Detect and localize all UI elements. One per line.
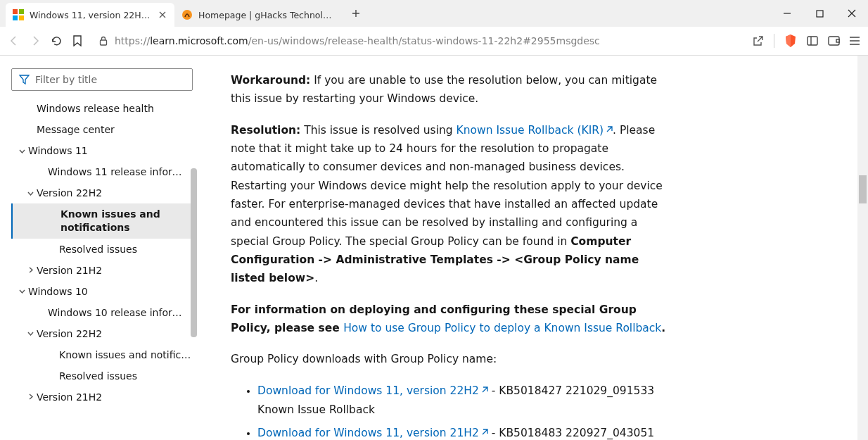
nav-item[interactable]: Version 21H2 bbox=[11, 386, 191, 408]
nav-item[interactable]: Version 22H2 bbox=[11, 182, 191, 203]
nav-item[interactable]: Known issues and notifications bbox=[11, 344, 191, 365]
download-link[interactable]: Download for Windows 11, version 21H2 bbox=[257, 427, 488, 439]
minimize-button[interactable] bbox=[771, 0, 803, 27]
chevron-down-icon bbox=[24, 189, 37, 197]
sidebar-toggle-icon[interactable] bbox=[807, 36, 818, 46]
svg-rect-9 bbox=[829, 37, 839, 45]
nav-item[interactable]: Resolved issues bbox=[11, 239, 191, 260]
external-link-icon bbox=[605, 126, 613, 134]
nav-item-label: Known issues and notifications bbox=[59, 349, 191, 360]
workaround-paragraph: Workaround: If you are unable to use the… bbox=[231, 71, 667, 108]
svg-rect-6 bbox=[101, 40, 107, 45]
nav-item[interactable]: Windows 11 bbox=[11, 140, 191, 161]
chevron-down-icon bbox=[24, 329, 37, 337]
tab-active[interactable]: Windows 11, version 22H2 known bbox=[6, 3, 174, 27]
nav-buttons bbox=[8, 35, 82, 47]
external-link-icon bbox=[480, 429, 488, 436]
nav-item-label: Windows release health bbox=[37, 103, 191, 114]
toolbar-divider bbox=[774, 34, 774, 48]
nav-item-label: Version 21H2 bbox=[37, 391, 191, 403]
resolution-paragraph: Resolution: This issue is resolved using… bbox=[231, 121, 667, 288]
wallet-icon[interactable] bbox=[828, 36, 840, 46]
nav-item-label: Message center bbox=[37, 124, 191, 135]
resolution-post-text: . Please note that it might take up to 2… bbox=[231, 124, 663, 248]
workaround-label: Workaround: bbox=[231, 74, 310, 87]
kir-link[interactable]: Known Issue Rollback (KIR) bbox=[457, 124, 613, 137]
nav-item[interactable]: Version 21H2 bbox=[11, 260, 191, 281]
nav-item-label: Resolved issues bbox=[59, 370, 191, 382]
svg-rect-7 bbox=[808, 37, 817, 45]
nav-item-label: Windows 11 release information bbox=[48, 166, 191, 177]
nav-item-label: Version 22H2 bbox=[37, 187, 191, 199]
ghacks-favicon-icon bbox=[181, 9, 193, 20]
window-close-button[interactable] bbox=[836, 0, 868, 27]
download-item: Download for Windows 11, version 22H2 - … bbox=[257, 382, 665, 420]
nav-item-label: Resolved issues bbox=[59, 244, 191, 255]
nav-item-label: Version 21H2 bbox=[37, 265, 191, 276]
page-scrollbar-thumb[interactable] bbox=[859, 175, 867, 203]
toolbar-right bbox=[753, 34, 860, 48]
svg-rect-5 bbox=[817, 11, 823, 17]
close-icon[interactable] bbox=[158, 9, 167, 20]
page-scrollbar-track[interactable] bbox=[857, 56, 868, 440]
tab-title: Windows 11, version 22H2 known bbox=[30, 10, 153, 20]
nav-item-label: Windows 10 bbox=[28, 286, 191, 297]
chevron-right-icon bbox=[24, 266, 37, 274]
svg-rect-3 bbox=[19, 15, 24, 20]
external-link-icon bbox=[480, 386, 488, 394]
back-button[interactable] bbox=[8, 35, 20, 46]
reload-button[interactable] bbox=[51, 35, 63, 47]
filter-placeholder: Filter by title bbox=[35, 74, 97, 85]
svg-rect-1 bbox=[19, 9, 24, 14]
nav-item[interactable]: Resolved issues bbox=[11, 365, 191, 386]
resolution-label: Resolution: bbox=[231, 124, 300, 137]
share-icon[interactable] bbox=[753, 35, 764, 46]
tab-inactive[interactable]: Homepage | gHacks Technology News bbox=[174, 3, 343, 27]
nav-item-label: Known issues and notifications bbox=[60, 208, 191, 234]
nav-item[interactable]: Windows 11 release information bbox=[11, 161, 191, 182]
svg-rect-0 bbox=[13, 9, 18, 14]
brave-shield-icon[interactable] bbox=[784, 34, 797, 48]
nav-item[interactable]: Known issues and notifications bbox=[11, 203, 191, 239]
nav-item[interactable]: Message center bbox=[11, 119, 191, 140]
nav-item[interactable]: Windows 10 release information bbox=[11, 302, 191, 323]
nav-item[interactable]: Windows 10 bbox=[11, 281, 191, 302]
filter-input[interactable]: Filter by title bbox=[11, 68, 193, 91]
nav-item[interactable]: Version 22H2 bbox=[11, 323, 191, 344]
window-controls bbox=[771, 0, 868, 27]
maximize-button[interactable] bbox=[803, 0, 836, 27]
nav-item-label: Windows 11 bbox=[28, 145, 191, 156]
downloads-list: Download for Windows 11, version 22H2 - … bbox=[257, 382, 665, 440]
page-body: Filter by title Windows release healthMe… bbox=[0, 56, 868, 440]
ms-favicon-icon bbox=[13, 9, 24, 20]
chevron-right-icon bbox=[24, 393, 37, 401]
nav-tree: Windows release healthMessage centerWind… bbox=[11, 98, 191, 408]
svg-point-4 bbox=[182, 10, 192, 20]
chevron-down-icon bbox=[15, 287, 28, 295]
browser-toolbar: https://learn.microsoft.com/en-us/window… bbox=[0, 27, 868, 55]
nav-item-label: Windows 10 release information bbox=[48, 307, 191, 318]
address-bar[interactable]: https://learn.microsoft.com/en-us/window… bbox=[91, 30, 744, 51]
resolution-pre-text: This issue is resolved using bbox=[300, 124, 456, 137]
bookmark-icon[interactable] bbox=[72, 35, 82, 46]
download-item: Download for Windows 11, version 21H2 - … bbox=[257, 424, 665, 440]
nav-item-label: Version 22H2 bbox=[37, 328, 191, 339]
lock-icon bbox=[99, 36, 108, 46]
left-nav: Filter by title Windows release healthMe… bbox=[0, 56, 197, 440]
tab-strip: Windows 11, version 22H2 known Homepage … bbox=[0, 0, 868, 27]
url-text: https://learn.microsoft.com/en-us/window… bbox=[115, 35, 600, 46]
chevron-down-icon bbox=[15, 147, 28, 155]
menu-icon[interactable] bbox=[850, 37, 860, 45]
article-content: Workaround: If you are unable to use the… bbox=[197, 56, 868, 440]
browser-chrome: Windows 11, version 22H2 known Homepage … bbox=[0, 0, 868, 56]
new-tab-button[interactable] bbox=[346, 4, 366, 23]
tab-title: Homepage | gHacks Technology News bbox=[198, 10, 336, 20]
download-link[interactable]: Download for Windows 11, version 22H2 bbox=[257, 384, 488, 397]
deploy-link[interactable]: How to use Group Policy to deploy a Know… bbox=[343, 322, 661, 334]
sidebar-scrollbar[interactable] bbox=[191, 168, 197, 337]
gp-downloads-heading: Group Policy downloads with Group Policy… bbox=[231, 350, 667, 368]
nav-item[interactable]: Windows release health bbox=[11, 98, 191, 119]
deploy-paragraph: For information on deploying and configu… bbox=[231, 301, 667, 338]
forward-button[interactable] bbox=[30, 35, 41, 46]
filter-icon bbox=[19, 75, 30, 84]
